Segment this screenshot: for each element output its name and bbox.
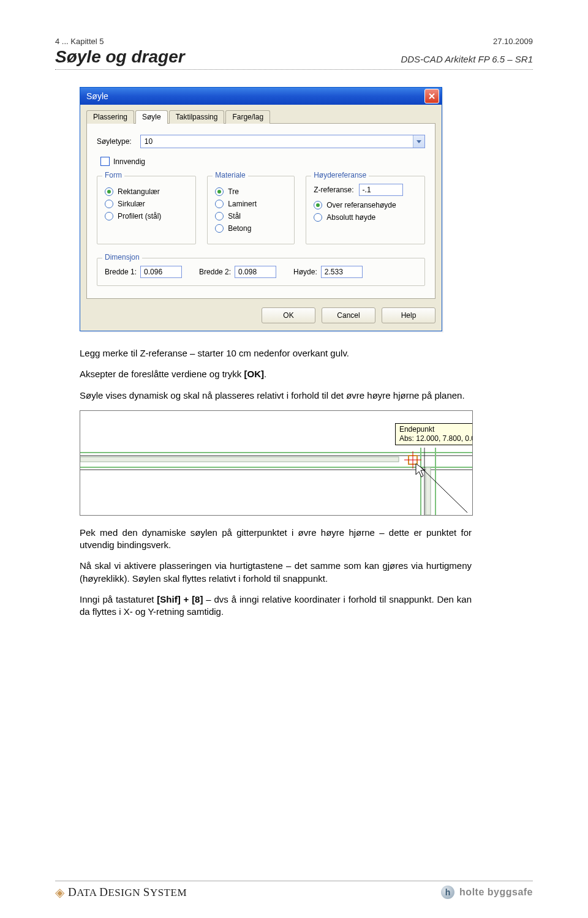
column-type-select[interactable]: 10 (140, 135, 425, 148)
dialog-titlebar: Søyle (80, 88, 442, 105)
chevron-down-icon[interactable] (413, 135, 424, 148)
mat-betong-label: Betong (228, 224, 251, 233)
para-zref: Legg merke til Z-referanse – starter 10 … (80, 347, 472, 359)
hoyde-label: Høyde: (293, 268, 317, 276)
tab-fargelag[interactable]: Farge/lag (225, 110, 270, 124)
page-footer: ◈ DATA DESIGN SYSTEM h holte byggsafe (55, 881, 533, 900)
cad-preview: Endepunkt Abs: 12.000, 7.800, 0.0 (80, 410, 473, 516)
ok-button[interactable]: OK (262, 307, 315, 323)
mat-staal-label: Stål (228, 212, 241, 220)
mat-tre-label: Tre (228, 187, 239, 196)
dialog-title: Søyle (86, 91, 108, 101)
bredde1-input[interactable] (140, 266, 182, 278)
column-type-value: 10 (145, 137, 153, 146)
mat-tre-radio[interactable] (215, 187, 224, 196)
form-prof-radio[interactable] (105, 212, 113, 220)
column-dialog: Søyle Plassering Søyle Taktilpassing Far… (80, 87, 442, 331)
chapter-label: 4 ... Kapittel 5 (55, 37, 104, 46)
form-circ-radio[interactable] (105, 200, 113, 208)
column-type-label: Søyletype: (97, 137, 132, 146)
svg-rect-2 (80, 457, 399, 462)
cube-icon: ◈ (55, 885, 64, 900)
bredde1-label: Bredde 1: (105, 268, 137, 276)
para-hotkey-intro: Nå skal vi aktivere plasseringen via hur… (80, 560, 472, 585)
hoyde-input[interactable] (321, 266, 363, 278)
tooltip-line2: Abs: 12.000, 7.800, 0.0 (399, 434, 473, 443)
product-subtitle: DDS-CAD Arkitekt FP 6.5 – SR1 (401, 54, 533, 64)
help-button[interactable]: Help (382, 307, 435, 323)
tab-soyle[interactable]: Søyle (135, 110, 168, 124)
innvendig-checkbox[interactable] (100, 157, 110, 166)
form-rect-radio[interactable] (105, 187, 113, 196)
form-prof-label: Profilert (stål) (118, 212, 161, 220)
page-title: Søyle og drager (55, 47, 185, 67)
form-circ-label: Sirkulær (118, 200, 145, 208)
href-legend: Høydereferanse (311, 171, 369, 179)
mat-lam-radio[interactable] (215, 200, 224, 208)
zref-label: Z-referanse: (314, 186, 353, 194)
para-shift8: Inngi på tastaturet [Shif] + [8] – dvs å… (80, 593, 472, 619)
cancel-button[interactable]: Cancel (322, 307, 375, 323)
zref-input[interactable] (359, 184, 403, 196)
dim-legend: Dimensjon (102, 253, 142, 261)
href-over-label: Over referansehøyde (326, 201, 396, 209)
bredde2-label: Bredde 2: (199, 268, 231, 276)
innvendig-label: Innvendig (113, 157, 145, 166)
tab-plassering[interactable]: Plassering (86, 110, 134, 124)
holte-text: holte byggsafe (459, 887, 533, 898)
bredde2-input[interactable] (235, 266, 276, 278)
snap-tooltip: Endepunkt Abs: 12.000, 7.800, 0.0 (395, 423, 473, 445)
holte-logo: h holte byggsafe (441, 886, 533, 899)
form-rect-label: Rektangulær (118, 187, 160, 196)
mat-staal-radio[interactable] (215, 212, 224, 220)
tooltip-line1: Endepunkt (399, 425, 434, 434)
para-snap: Pek med den dynamiske søylen på gitterpu… (80, 527, 472, 552)
holte-icon: h (441, 886, 454, 899)
href-over-radio[interactable] (314, 201, 322, 209)
date-label: 27.10.2009 (493, 37, 533, 46)
mat-betong-radio[interactable] (215, 224, 224, 233)
href-abs-radio[interactable] (314, 213, 322, 222)
dds-logo: ◈ DATA DESIGN SYSTEM (55, 885, 187, 900)
tab-taktilpassing[interactable]: Taktilpassing (169, 110, 225, 124)
para-dynamic: Søyle vises dynamisk og skal nå plassere… (80, 389, 472, 402)
href-abs-label: Absolutt høyde (326, 213, 375, 222)
form-legend: Form (102, 171, 124, 179)
close-icon[interactable] (424, 89, 439, 103)
para-accept: Aksepter de foreslåtte verdiene og trykk… (80, 368, 472, 380)
mat-lam-label: Laminert (228, 200, 257, 208)
header-divider (55, 69, 533, 70)
material-legend: Materiale (213, 171, 247, 179)
